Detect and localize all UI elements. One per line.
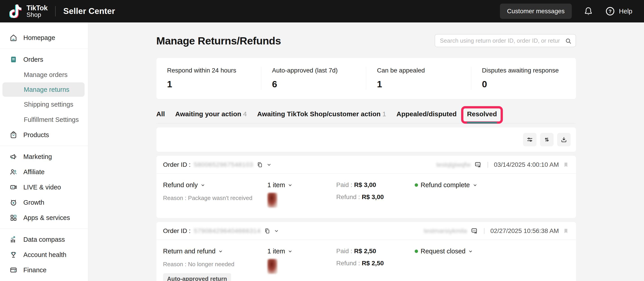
sort-icon bbox=[543, 136, 550, 143]
return-type-dropdown[interactable]: Return and refund bbox=[163, 248, 268, 255]
search-input[interactable] bbox=[435, 37, 576, 44]
sidebar-item-apps-services[interactable]: Apps & services bbox=[0, 210, 88, 225]
stat-value: 0 bbox=[482, 79, 565, 90]
sidebar-item-orders[interactable]: Orders bbox=[0, 52, 88, 67]
status-dot bbox=[415, 183, 418, 187]
export-download-button[interactable] bbox=[557, 133, 570, 146]
sidebar-item-growth[interactable]: Growth bbox=[0, 195, 88, 210]
copy-icon[interactable] bbox=[264, 228, 270, 234]
request-date: 03/14/2025 4:00:10 AM bbox=[494, 161, 559, 168]
buyer-username-masked: testqlgiwqfw bbox=[436, 161, 470, 168]
stat-auto-approved: Auto-approved (last 7d) 6 bbox=[261, 67, 366, 90]
items-dropdown[interactable]: 1 item bbox=[268, 181, 336, 189]
product-thumbnail[interactable] bbox=[268, 193, 277, 208]
sidebar-item-affiliate[interactable]: Affiliate bbox=[0, 164, 88, 180]
order-id-label: Order ID : bbox=[163, 227, 191, 234]
tab-resolved[interactable]: Resolved bbox=[467, 110, 497, 123]
paid-amount: Paid : R$ 2,50 bbox=[336, 248, 415, 255]
sidebar-item-manage-orders[interactable]: Manage orders bbox=[0, 67, 88, 82]
svg-text:?: ? bbox=[609, 8, 612, 14]
help-menu[interactable]: ? Help bbox=[605, 6, 632, 16]
sidebar-item-finance[interactable]: Finance bbox=[0, 262, 88, 278]
chevron-down-icon[interactable] bbox=[274, 228, 279, 234]
buyer-username-masked: testmarsiykmila bbox=[424, 227, 467, 234]
sidebar-item-data-compass[interactable]: Data compass bbox=[0, 232, 88, 247]
stat-value: 1 bbox=[167, 79, 250, 90]
sidebar-divider bbox=[0, 48, 88, 49]
tab-awaiting-tiktok-customer-action[interactable]: Awaiting TikTok Shop/customer action 1 bbox=[257, 110, 386, 123]
home-icon bbox=[10, 34, 18, 42]
status-badge: Request closed bbox=[421, 248, 466, 255]
sidebar-item-live-video[interactable]: LIVE & video bbox=[0, 180, 88, 195]
search-box[interactable] bbox=[435, 34, 576, 47]
sidebar-item-label: LIVE & video bbox=[23, 184, 61, 191]
status-dropdown[interactable]: Refund complete bbox=[415, 181, 569, 189]
top-header: TikTok Shop Seller Center Customer messa… bbox=[0, 0, 644, 22]
list-toolbar bbox=[156, 128, 576, 152]
return-type-dropdown[interactable]: Refund only bbox=[163, 181, 268, 189]
product-thumbnail[interactable] bbox=[268, 259, 277, 274]
tab-appealed-disputed[interactable]: Appealed/disputed bbox=[396, 110, 457, 123]
filter-button[interactable] bbox=[523, 133, 536, 146]
customer-messages-button[interactable]: Customer messages bbox=[500, 4, 572, 19]
bookmark-flag-icon[interactable] bbox=[562, 228, 569, 234]
chat-buyer-icon[interactable] bbox=[470, 227, 478, 235]
sidebar-divider bbox=[0, 228, 88, 229]
sidebar-item-fulfillment-settings[interactable]: Fulfillment Settings bbox=[0, 112, 88, 127]
sidebar-item-label: Finance bbox=[23, 266, 46, 274]
tiktok-shop-logo[interactable]: TikTok Shop bbox=[10, 4, 48, 18]
status-cell: Request closed bbox=[415, 248, 569, 281]
paid-amount: Paid : R$ 3,00 bbox=[336, 181, 415, 188]
bookmark-flag-icon[interactable] bbox=[562, 161, 569, 168]
sidebar-item-label: Marketing bbox=[23, 153, 52, 160]
header-divider bbox=[55, 6, 56, 16]
sidebar-item-label: Growth bbox=[23, 199, 44, 206]
tab-count: 4 bbox=[243, 110, 247, 118]
sidebar-item-manage-returns[interactable]: Manage returns bbox=[2, 82, 84, 97]
filter-icon bbox=[526, 136, 534, 143]
items-dropdown[interactable]: 1 item bbox=[268, 248, 336, 255]
account-health-icon bbox=[10, 251, 18, 259]
sidebar-item-label: Affiliate bbox=[23, 168, 45, 176]
copy-icon[interactable] bbox=[256, 161, 263, 168]
megaphone-icon bbox=[10, 152, 18, 161]
search-icon[interactable] bbox=[565, 38, 572, 45]
chevron-down-icon bbox=[472, 183, 478, 188]
apps-icon bbox=[10, 214, 18, 222]
sort-button[interactable] bbox=[540, 133, 554, 146]
sidebar-item-label: Products bbox=[23, 131, 49, 139]
order-body-row: Return and refund Reason : No longer nee… bbox=[156, 240, 576, 281]
chat-buyer-icon[interactable] bbox=[474, 161, 482, 168]
status-dropdown[interactable]: Request closed bbox=[415, 248, 569, 255]
sidebar-item-marketing[interactable]: Marketing bbox=[0, 149, 88, 164]
notifications-bell-icon[interactable] bbox=[584, 6, 593, 16]
sidebar-item-label: Apps & services bbox=[23, 214, 70, 222]
request-date: 02/27/2025 10:56:38 AM bbox=[490, 227, 559, 234]
separator bbox=[488, 162, 488, 168]
return-type-cell: Refund only Reason : Package wasn't rece… bbox=[163, 181, 268, 208]
sidebar-item-homepage[interactable]: Homepage bbox=[0, 30, 88, 45]
sidebar-item-shipping-settings[interactable]: Shipping settings bbox=[0, 97, 88, 112]
page-title: Manage Returns/Refunds bbox=[156, 34, 281, 47]
stat-value: 1 bbox=[377, 79, 460, 90]
growth-icon bbox=[10, 198, 18, 206]
amounts-cell: Paid : R$ 2,50 Refund : R$ 2,50 bbox=[336, 248, 415, 281]
separator bbox=[484, 228, 484, 234]
tab-awaiting-your-action[interactable]: Awaiting your action 4 bbox=[175, 110, 247, 123]
sidebar-item-products[interactable]: Products bbox=[0, 127, 88, 142]
finance-icon bbox=[10, 266, 18, 274]
chevron-down-icon bbox=[200, 183, 205, 188]
chevron-down-icon[interactable] bbox=[266, 162, 272, 168]
refund-amount: Refund : R$ 3,00 bbox=[336, 194, 415, 201]
main-content: Manage Returns/Refunds Respond within 24… bbox=[88, 22, 644, 281]
sidebar-item-account-health[interactable]: Account health bbox=[0, 247, 88, 262]
status-badge: Refund complete bbox=[421, 181, 470, 189]
chevron-down-icon bbox=[288, 183, 292, 188]
items-cell: 1 item bbox=[268, 248, 336, 281]
tab-all[interactable]: All bbox=[156, 110, 165, 123]
status-cell: Refund complete bbox=[415, 181, 569, 208]
stat-value: 6 bbox=[272, 79, 355, 90]
stat-respond-24h: Respond within 24 hours 1 bbox=[156, 67, 261, 90]
orders-icon bbox=[10, 56, 18, 64]
chevron-down-icon bbox=[218, 249, 223, 254]
